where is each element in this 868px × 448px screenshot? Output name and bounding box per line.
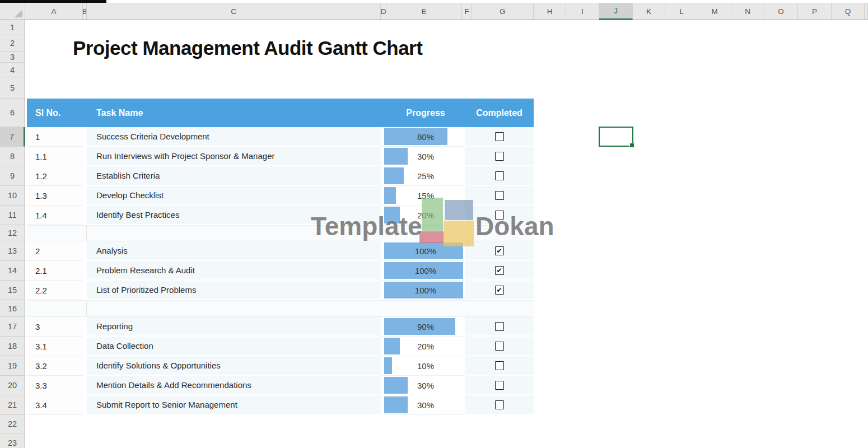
column-header-H[interactable]: H xyxy=(534,3,566,20)
cell-sl-no[interactable]: 3.4 xyxy=(27,395,83,415)
cell-sl-no[interactable]: 1.3 xyxy=(27,186,83,206)
column-header-D[interactable]: D xyxy=(381,3,386,20)
cell-sl-no[interactable]: 2 xyxy=(27,241,83,261)
cell-sl-no[interactable]: 1 xyxy=(27,127,83,147)
cell-completed xyxy=(465,337,534,356)
checkbox-unchecked[interactable] xyxy=(495,400,504,409)
cell-progress[interactable]: 20% xyxy=(381,337,465,356)
cell-progress[interactable]: 90% xyxy=(381,317,465,337)
row-header-6[interactable]: 6 xyxy=(0,99,25,127)
column-header-L[interactable]: L xyxy=(665,3,698,20)
cell-progress[interactable]: 30% xyxy=(381,395,465,415)
cell-sl-no[interactable]: 3.2 xyxy=(27,356,83,376)
checkbox-unchecked[interactable] xyxy=(495,361,504,370)
column-header-E[interactable]: E xyxy=(386,3,462,20)
cell-sl-no[interactable]: 1.2 xyxy=(27,166,83,186)
checkbox-unchecked[interactable] xyxy=(495,322,504,331)
cell-sl-no[interactable]: 2.2 xyxy=(27,281,83,300)
row-header-16[interactable]: 16 xyxy=(0,300,25,317)
row-header-3[interactable]: 3 xyxy=(0,52,25,63)
cell-progress[interactable]: 30% xyxy=(381,147,465,166)
row-header-15[interactable]: 15 xyxy=(0,281,25,300)
cell-progress[interactable]: 80% xyxy=(381,127,465,147)
row-header-7[interactable]: 7 xyxy=(0,127,25,147)
cell-progress[interactable]: 100% xyxy=(381,241,465,261)
row-header-9[interactable]: 9 xyxy=(0,166,25,186)
row-header-12[interactable]: 12 xyxy=(0,225,25,241)
row-header-10[interactable]: 10 xyxy=(0,186,25,206)
checkbox-unchecked[interactable] xyxy=(495,171,504,180)
select-all-corner[interactable] xyxy=(0,3,25,20)
column-header-M[interactable]: M xyxy=(698,3,731,20)
cell-sl-no[interactable]: 2.1 xyxy=(27,261,83,281)
column-header-I[interactable]: I xyxy=(566,3,599,20)
cell-progress[interactable]: 10% xyxy=(381,356,465,376)
cell-task-name[interactable]: List of Prioritized Problems xyxy=(87,281,381,300)
row-header-19[interactable]: 19 xyxy=(0,356,25,376)
checkbox-unchecked[interactable] xyxy=(495,342,504,351)
column-header-G[interactable]: G xyxy=(472,3,534,20)
cell-task-name[interactable]: Identify Solutions & Opportunities xyxy=(87,356,381,376)
fill-handle[interactable] xyxy=(629,143,634,148)
cell-sl-no[interactable]: 3.3 xyxy=(27,376,83,395)
cell-task-name[interactable]: Submit Report to Senior Management xyxy=(87,395,381,415)
row-header-4[interactable]: 4 xyxy=(0,63,25,77)
cell-progress[interactable]: 25% xyxy=(381,166,465,186)
cell-progress[interactable]: 15% xyxy=(381,186,465,206)
column-header-O[interactable]: O xyxy=(764,3,798,20)
cell-task-name[interactable]: Establish Criteria xyxy=(87,166,381,186)
row-header-18[interactable]: 18 xyxy=(0,337,25,356)
cell-progress[interactable]: 20% xyxy=(381,206,465,225)
row-header-8[interactable]: 8 xyxy=(0,147,25,166)
cell-task-name[interactable]: Data Collection xyxy=(87,337,381,356)
checkbox-checked[interactable]: ✔ xyxy=(495,246,504,255)
column-header-A[interactable]: A xyxy=(25,3,83,20)
row-header-1[interactable]: 1 xyxy=(0,20,25,35)
row-header-23[interactable]: 23 xyxy=(0,433,25,448)
row-header-14[interactable]: 14 xyxy=(0,261,25,281)
cell-task-name[interactable]: Success Criteria Development xyxy=(87,127,381,147)
cell-task-name[interactable]: Problem Research & Audit xyxy=(87,261,381,281)
checkbox-unchecked[interactable] xyxy=(495,381,504,390)
sheet-title[interactable]: Project Management Audit Gantt Chart xyxy=(73,37,422,59)
row-header-2[interactable]: 2 xyxy=(0,35,25,52)
column-header-Q[interactable]: Q xyxy=(832,3,865,20)
cell-sl-no[interactable]: 3 xyxy=(27,317,83,337)
cell-progress[interactable]: 100% xyxy=(381,261,465,281)
row-header-13[interactable]: 13 xyxy=(0,241,25,261)
cell-sl-no[interactable]: 3.1 xyxy=(27,337,83,356)
checkbox-unchecked[interactable] xyxy=(495,211,504,220)
cell-task-name[interactable]: Develop Checklist xyxy=(87,186,381,206)
checkbox-unchecked[interactable] xyxy=(495,152,504,161)
row-header-22[interactable]: 22 xyxy=(0,415,25,433)
column-header-J[interactable]: J xyxy=(599,3,633,20)
row-header-17[interactable]: 17 xyxy=(0,317,25,337)
checkbox-unchecked[interactable] xyxy=(495,191,504,200)
cell-progress[interactable]: 100% xyxy=(381,281,465,300)
checkbox-unchecked[interactable] xyxy=(495,132,504,141)
cell-task-name[interactable]: Mention Details & Add Recommendations xyxy=(87,376,381,395)
progress-value: 25% xyxy=(381,166,470,185)
column-header-partial[interactable] xyxy=(865,3,868,20)
column-header-B[interactable]: B xyxy=(83,3,87,20)
column-header-P[interactable]: P xyxy=(798,3,832,20)
row-header-21[interactable]: 21 xyxy=(0,395,25,415)
cell-sl-no[interactable]: 1.1 xyxy=(27,147,83,166)
cell-task-name[interactable]: Reporting xyxy=(87,317,381,337)
row-header-5[interactable]: 5 xyxy=(0,77,25,99)
cell-task-name[interactable]: Run Interviews with Project Sponsor & Ma… xyxy=(87,147,381,166)
cell-task-name[interactable]: Identify Best Practices xyxy=(87,206,381,225)
row-header-20[interactable]: 20 xyxy=(0,376,25,395)
column-header-K[interactable]: K xyxy=(633,3,665,20)
cell-completed: ✔ xyxy=(465,281,534,300)
checkbox-checked[interactable]: ✔ xyxy=(495,286,504,295)
column-header-F[interactable]: F xyxy=(462,3,472,20)
cell-sl-no[interactable]: 1.4 xyxy=(27,206,83,225)
cell-progress[interactable]: 30% xyxy=(381,376,465,395)
cell-task-name[interactable]: Analysis xyxy=(87,241,381,261)
gantt-row-1: 1Success Criteria Development80% xyxy=(27,127,534,147)
checkbox-checked[interactable]: ✔ xyxy=(495,266,504,275)
column-header-C[interactable]: C xyxy=(87,3,381,20)
column-header-N[interactable]: N xyxy=(731,3,764,20)
row-header-11[interactable]: 11 xyxy=(0,206,25,225)
